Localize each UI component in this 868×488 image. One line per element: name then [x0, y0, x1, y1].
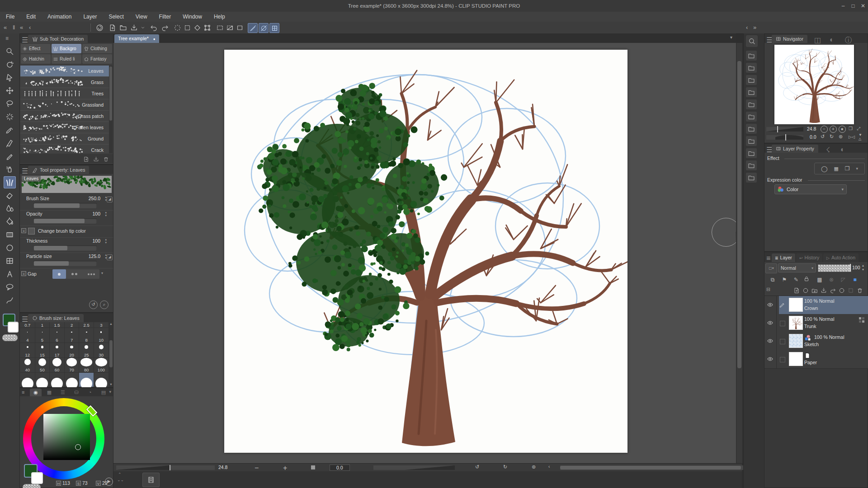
property-slider[interactable] [33, 245, 97, 251]
menu-filter[interactable]: Filter [153, 12, 177, 22]
information-tab-icon[interactable]: ⓘ [845, 36, 852, 45]
layer-thumbnail[interactable] [789, 352, 803, 366]
brush-size-250-selected[interactable] [79, 373, 94, 387]
menu-edit[interactable]: Edit [20, 12, 42, 22]
material-folder-3d-material[interactable] [746, 112, 757, 122]
tool-fill[interactable] [4, 216, 16, 228]
tool-strip-menu-icon[interactable]: ≡ [5, 35, 9, 42]
sub-tool-group-ruled-li[interactable]: Ruled li [52, 54, 81, 64]
ruler-snap-icon[interactable]: ◸ [839, 276, 848, 284]
brush-size-120[interactable] [20, 373, 35, 387]
selection-off-button[interactable] [235, 23, 244, 32]
tab-layer[interactable]: ≣Layer [772, 253, 795, 262]
menu-file[interactable]: File [0, 12, 20, 22]
tool-pen[interactable] [4, 137, 16, 149]
sub-tool-item-trees[interactable]: Trees [20, 88, 109, 99]
apply-mask-icon[interactable] [847, 286, 855, 295]
material-folder-monochromatic-pattern[interactable] [746, 75, 757, 85]
expand-down-icon[interactable]: ⌄⌄ [117, 478, 124, 482]
undo-button[interactable] [149, 23, 158, 32]
property-slider[interactable] [33, 203, 97, 208]
reference-layer-icon[interactable]: ⚑ [780, 276, 789, 284]
new-raster-layer-icon[interactable] [793, 286, 801, 295]
material-folder-color-pattern[interactable] [746, 63, 757, 73]
collapse-icon[interactable]: ‹ [29, 23, 31, 32]
layer-name[interactable]: Trunk [804, 324, 816, 329]
sv-cursor[interactable] [75, 444, 81, 450]
tool-rotate-view[interactable] [4, 58, 16, 70]
brush-size-170[interactable] [50, 373, 65, 387]
clear-button[interactable] [183, 23, 192, 32]
material-folder-brush-material[interactable] [746, 136, 757, 146]
layer-row-paper[interactable]: Paper [764, 350, 868, 369]
nav-rotate-left-icon[interactable]: ↺ [821, 134, 825, 140]
expression-color-dropdown[interactable]: Color ▾ [774, 184, 847, 194]
menu-layer[interactable]: Layer [77, 12, 103, 22]
merge-with-lower-layer-icon[interactable] [829, 286, 837, 295]
color-set-tab[interactable]: ▦ [43, 389, 55, 396]
csp-logo-button[interactable] [95, 23, 104, 32]
brush-size-10[interactable]: 10 [94, 328, 109, 343]
layer-row-trunk[interactable]: 100 % NormalTrunk [764, 314, 868, 333]
dynamics-button[interactable]: ◢ [107, 197, 113, 202]
tool-text[interactable] [4, 268, 16, 280]
collapse-icon[interactable]: ‹ [746, 23, 748, 32]
approx-color-tab[interactable]: ⛁ [71, 389, 82, 396]
layer-thumbnail[interactable] [789, 298, 803, 312]
tool-eyedropper[interactable] [4, 124, 16, 136]
redo-button[interactable] [160, 23, 169, 32]
tool-correction-line[interactable] [4, 294, 16, 306]
transfer-to-lower-layer-icon[interactable] [820, 286, 828, 295]
maximize-button[interactable]: □ [848, 0, 858, 12]
intermediate-color-tab[interactable]: ◔ [84, 389, 96, 396]
brush-size-100[interactable]: 100 [94, 358, 109, 373]
navigator-tab[interactable]: Navigator [772, 35, 807, 43]
snap-to-special-ruler-button[interactable] [259, 23, 269, 33]
layer-visibility-icon[interactable] [767, 301, 774, 308]
panel-menu-icon[interactable]: ☰ [22, 36, 28, 44]
nav-100-icon[interactable]: ❐ [849, 126, 853, 131]
brush-size-1.5[interactable]: 1.5 [50, 322, 65, 328]
tool-balloon[interactable] [4, 281, 16, 293]
processing-button[interactable] [173, 23, 182, 32]
checkbox[interactable] [28, 228, 35, 235]
sv-square[interactable] [43, 414, 90, 460]
tool-figure[interactable] [4, 242, 16, 254]
tab-list-chevron-icon[interactable]: ▾ [730, 35, 732, 40]
material-folder-user-material[interactable] [746, 160, 757, 170]
layer-row-sketch[interactable]: 100 % NormalSketch [764, 332, 868, 351]
tool-move-layer[interactable] [4, 84, 16, 97]
new-canvas-button[interactable] [108, 23, 117, 32]
brush-size-15[interactable]: 15 [35, 343, 50, 358]
property-slider[interactable] [33, 261, 97, 266]
collapse-icon[interactable]: ‖ [13, 23, 15, 32]
tool-gradient[interactable] [4, 229, 16, 241]
navigator-rotation-slider[interactable] [766, 135, 803, 140]
layer-thumbnail[interactable] [789, 316, 803, 330]
stepper-icon[interactable]: ▴▾ [105, 211, 107, 217]
brush-size-tab[interactable]: Brush size: Leaves [28, 314, 84, 322]
sub-tool-panel-tab[interactable]: Sub Tool: Decoration [28, 35, 88, 43]
brush-size-25[interactable]: 25 [79, 343, 94, 358]
lock-transparent-pixels-icon[interactable]: ▩ [815, 276, 824, 284]
snap-to-grid-button[interactable] [269, 23, 279, 33]
layer-color-icon[interactable]: ■ [850, 276, 859, 284]
select-shrink-button[interactable] [225, 23, 234, 32]
nav-zoom-in-icon[interactable]: + [830, 126, 837, 133]
clip-to-layer-below-icon[interactable]: ⧉ [768, 276, 777, 284]
new-vector-layer-icon[interactable] [802, 286, 810, 295]
sub-tool-item-grass[interactable]: Grass [20, 77, 109, 88]
gap-option-medium[interactable] [66, 269, 83, 279]
layer-visibility-icon[interactable] [767, 319, 774, 326]
tool-eraser[interactable] [4, 189, 16, 202]
brush-size-3[interactable]: 3 [94, 322, 109, 328]
brush-size-70[interactable]: 70 [65, 358, 80, 373]
gap-chevron-icon[interactable]: ▾ [101, 271, 103, 275]
navigator-zoom-slider[interactable] [766, 127, 803, 131]
brush-size-50[interactable]: 50 [35, 358, 50, 373]
layer-name[interactable]: Paper [804, 360, 817, 365]
brush-size-20[interactable]: 20 [65, 343, 80, 358]
fit-to-screen-icon[interactable] [311, 465, 315, 469]
opacity-stepper-icon[interactable]: ▴▾ [862, 263, 864, 272]
sub-tool-item-grass-patch[interactable]: Grass patch [20, 111, 109, 122]
